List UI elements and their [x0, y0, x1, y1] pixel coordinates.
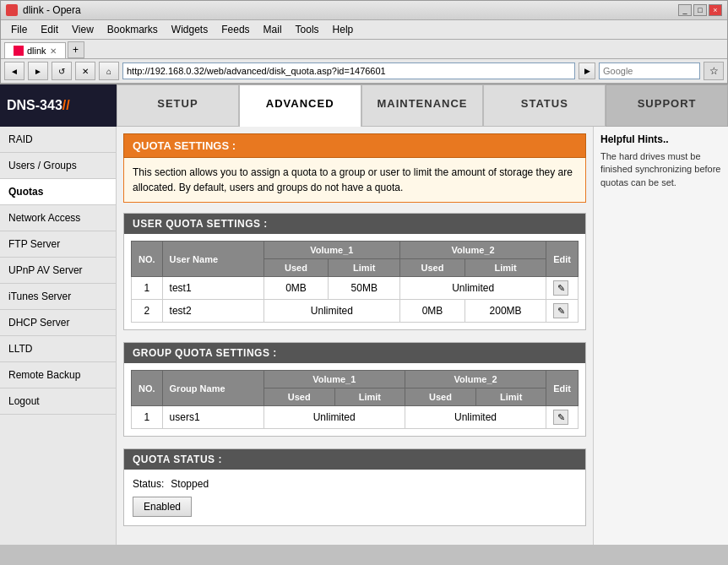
hints-panel: Helpful Hints.. The hard drives must be … [593, 127, 728, 545]
col-v1-limit: Limit [329, 259, 400, 277]
favicon [14, 46, 24, 56]
view-menu[interactable]: View [65, 22, 101, 37]
sidebar-item-raid[interactable]: RAID [0, 127, 116, 153]
reload-button[interactable]: ↺ [52, 62, 72, 80]
user-2-no: 2 [132, 300, 163, 323]
group-1-name: users1 [162, 406, 263, 429]
grp-col-volume2: Volume_2 [405, 371, 546, 388]
user-quota-table-wrapper: NO. User Name Volume_1 Volume_2 Edit Use… [124, 234, 585, 329]
sidebar: RAID Users / Groups Quotas Network Acces… [0, 127, 117, 545]
user-row-2: 2 test2 Unlimited 0MB 200MB ✎ [132, 300, 579, 323]
sidebar-item-dhcp-server[interactable]: DHCP Server [0, 310, 116, 336]
quota-status-section: QUOTA STATUS : Status: Stopped Enabled [123, 448, 586, 526]
main-content: QUOTA SETTINGS : This section allows you… [117, 127, 593, 545]
group-1-edit-icon[interactable]: ✎ [553, 410, 568, 425]
col-volume2: Volume_2 [400, 242, 546, 259]
user-1-edit-icon[interactable]: ✎ [553, 280, 568, 296]
logo-text: DNS-343// [7, 98, 70, 113]
col-v1-used: Used [263, 259, 329, 277]
user-quota-table: NO. User Name Volume_1 Volume_2 Edit Use… [131, 241, 579, 323]
widgets-menu[interactable]: Widgets [165, 22, 215, 37]
user-row-1: 1 test1 0MB 50MB Unlimited ✎ [132, 277, 579, 300]
home-button[interactable]: ⌂ [99, 62, 119, 80]
user-2-v2-limit: 200MB [465, 300, 546, 323]
menu-bar: File Edit View Bookmarks Widgets Feeds M… [1, 20, 727, 40]
status-row: Status: Stopped [133, 478, 577, 490]
status-label: Status: [133, 478, 164, 490]
tab-close-icon[interactable]: ✕ [50, 46, 57, 56]
user-2-v1-unlimited: Unlimited [263, 300, 399, 323]
quota-status-body: Status: Stopped Enabled [124, 470, 585, 525]
group-quota-header: GROUP QUOTA SETTINGS : [124, 343, 585, 363]
app-icon [6, 4, 18, 16]
group-quota-section: GROUP QUOTA SETTINGS : NO. Group Name Vo… [123, 342, 586, 437]
bookmark-button[interactable]: ☆ [704, 62, 724, 80]
minimize-button[interactable]: _ [678, 4, 692, 16]
back-button[interactable]: ◄ [4, 62, 24, 80]
search-input[interactable] [599, 62, 700, 79]
mail-menu[interactable]: Mail [257, 22, 289, 37]
enable-button[interactable]: Enabled [133, 497, 192, 517]
bookmarks-menu[interactable]: Bookmarks [101, 22, 165, 37]
sidebar-item-ftp-server[interactable]: FTP Server [0, 231, 116, 258]
group-quota-table-wrapper: NO. Group Name Volume_1 Volume_2 Edit Us… [124, 363, 585, 436]
hints-text: The hard drives must be finished synchro… [600, 150, 721, 189]
sidebar-item-logout[interactable]: Logout [0, 388, 116, 415]
user-1-v1-used: 0MB [263, 277, 329, 300]
page-header: DNS-343// SETUP ADVANCED MAINTENANCE STA… [0, 84, 728, 127]
user-2-name: test2 [162, 300, 263, 323]
grp-col-v1-limit: Limit [334, 388, 405, 406]
close-button[interactable]: × [709, 4, 722, 16]
grp-col-volume1: Volume_1 [263, 371, 405, 388]
file-menu[interactable]: File [4, 22, 34, 37]
user-2-edit-icon[interactable]: ✎ [553, 303, 568, 318]
sidebar-item-remote-backup[interactable]: Remote Backup [0, 362, 116, 388]
edit-menu[interactable]: Edit [34, 22, 65, 37]
sidebar-item-network-access[interactable]: Network Access [0, 205, 116, 231]
tools-menu[interactable]: Tools [289, 22, 326, 37]
user-1-v2-unlimited: Unlimited [400, 277, 546, 300]
maximize-button[interactable]: □ [693, 4, 707, 16]
grp-col-v1-used: Used [263, 388, 334, 406]
group-1-edit[interactable]: ✎ [546, 406, 579, 429]
tab-advanced[interactable]: ADVANCED [239, 84, 361, 127]
new-tab-button[interactable]: + [68, 41, 84, 58]
sidebar-item-lltd[interactable]: LLTD [0, 336, 116, 362]
address-bar: ▶ [122, 62, 595, 79]
col-user-name: User Name [162, 242, 263, 277]
tab-label: dlink [27, 46, 46, 56]
hints-title: Helpful Hints.. [600, 133, 721, 145]
sidebar-item-users-groups[interactable]: Users / Groups [0, 153, 116, 179]
logo-area: DNS-343// [0, 84, 117, 127]
group-quota-table: NO. Group Name Volume_1 Volume_2 Edit Us… [131, 370, 579, 429]
group-1-no: 1 [132, 406, 163, 429]
group-row-1: 1 users1 Unlimited Unlimited ✎ [132, 406, 579, 429]
grp-col-v2-limit: Limit [476, 388, 546, 406]
browser-title: dlink - Opera [23, 4, 81, 16]
browser-tab-dlink[interactable]: dlink ✕ [4, 42, 66, 58]
forward-button[interactable]: ► [28, 62, 48, 80]
help-menu[interactable]: Help [326, 22, 361, 37]
content-area: RAID Users / Groups Quotas Network Acces… [0, 127, 728, 545]
tab-support[interactable]: SUPPORT [606, 84, 728, 127]
grp-col-no: NO. [132, 371, 163, 406]
user-2-edit[interactable]: ✎ [546, 300, 579, 323]
user-1-name: test1 [162, 277, 263, 300]
stop-button[interactable]: ✕ [75, 62, 95, 80]
col-v2-used: Used [400, 259, 465, 277]
user-1-edit[interactable]: ✎ [546, 277, 579, 300]
user-1-v1-limit: 50MB [329, 277, 400, 300]
tab-maintenance[interactable]: MAINTENANCE [361, 84, 484, 127]
sidebar-item-quotas[interactable]: Quotas [0, 179, 116, 205]
tab-status[interactable]: STATUS [483, 84, 606, 127]
grp-col-name: Group Name [162, 371, 263, 406]
col-no: NO. [132, 242, 163, 277]
group-1-v2-unlimited: Unlimited [405, 406, 546, 429]
quota-settings-header: QUOTA SETTINGS : [123, 133, 586, 158]
sidebar-item-upnp-av-server[interactable]: UPnP AV Server [0, 258, 116, 284]
address-input[interactable] [122, 62, 575, 79]
sidebar-item-itunes-server[interactable]: iTunes Server [0, 284, 116, 310]
feeds-menu[interactable]: Feeds [215, 22, 256, 37]
tab-setup[interactable]: SETUP [117, 84, 239, 127]
go-button[interactable]: ▶ [579, 62, 595, 79]
